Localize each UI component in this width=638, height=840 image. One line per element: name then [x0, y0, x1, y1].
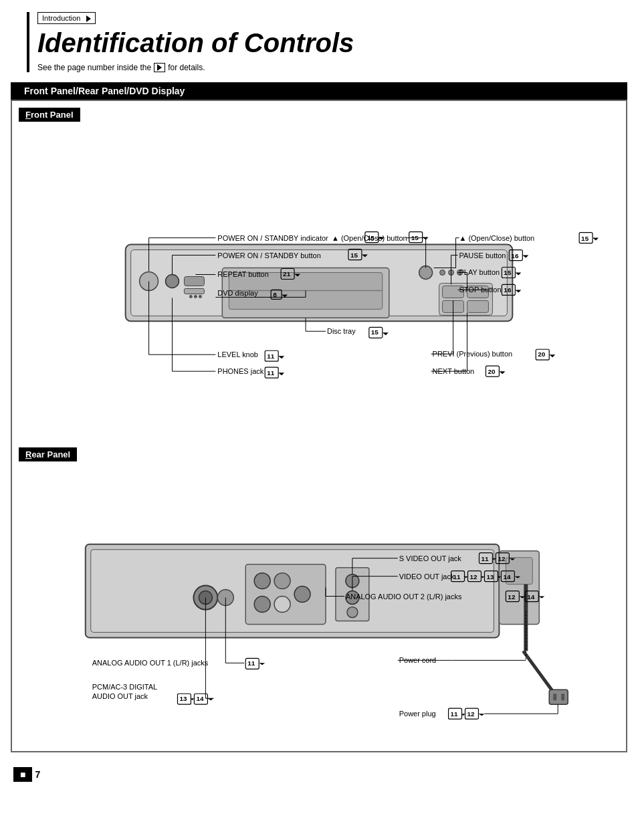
svg-text:16: 16 [504, 287, 512, 294]
svg-marker-170 [191, 696, 194, 700]
svg-marker-61 [278, 370, 284, 375]
svg-point-13 [440, 270, 445, 276]
svg-text:15: 15 [581, 235, 589, 242]
page-number-block: ■ [13, 767, 32, 782]
svg-rect-112 [553, 694, 556, 700]
svg-text:POWER ON / STANDBY button: POWER ON / STANDBY button [217, 251, 320, 259]
page-number: 7 [35, 769, 40, 780]
svg-rect-113 [561, 694, 564, 700]
svg-text:11: 11 [481, 555, 489, 562]
svg-text:12: 12 [508, 593, 516, 601]
rear-panel-label: Rear Panel [19, 447, 77, 461]
svg-point-122 [294, 587, 310, 603]
svg-text:PAUSE button: PAUSE button [459, 251, 506, 259]
page-container: Introduction Identification of Controls … [0, 0, 638, 840]
section-bar-label: Front Panel/Rear Panel/DVD Display [24, 86, 185, 96]
svg-text:15: 15 [350, 251, 358, 259]
svg-text:14: 14 [503, 573, 511, 581]
front-panel-svg: POWER ON / STANDBY indicator 15 POWER ON… [19, 124, 619, 445]
svg-point-3 [166, 275, 179, 288]
svg-text:Disc tray: Disc tray [327, 327, 356, 335]
svg-text:12: 12 [498, 555, 506, 562]
svg-text:15: 15 [371, 328, 379, 336]
svg-text:AUDIO OUT jack: AUDIO OUT jack [92, 692, 148, 700]
svg-text:16: 16 [511, 252, 519, 259]
svg-marker-186 [478, 712, 484, 716]
svg-text:PCM/AC-3 DIGITAL: PCM/AC-3 DIGITAL [92, 683, 157, 691]
svg-text:11: 11 [247, 659, 255, 667]
svg-text:▲ (Open/Close) button: ▲ (Open/Close) button [459, 234, 535, 242]
svg-text:Power plug: Power plug [399, 710, 436, 718]
svg-text:LEVEL knob: LEVEL knob [217, 350, 258, 358]
svg-point-126 [347, 607, 358, 618]
svg-point-118 [254, 573, 270, 589]
svg-text:13: 13 [179, 695, 187, 702]
svg-text:PHONES jack: PHONES jack [217, 367, 263, 375]
svg-text:11: 11 [267, 352, 275, 360]
svg-point-121 [274, 597, 290, 613]
svg-text:ANALOG AUDIO OUT 1 (L/R) jacks: ANALOG AUDIO OUT 1 (L/R) jacks [92, 659, 209, 667]
svg-text:11: 11 [451, 710, 459, 718]
svg-marker-90 [515, 288, 521, 293]
svg-text:REPEAT button: REPEAT button [217, 271, 268, 279]
main-title: Identification of Controls [37, 28, 611, 58]
subtitle-before: See the page number inside the [37, 63, 151, 72]
svg-text:21: 21 [283, 271, 291, 278]
svg-marker-84 [515, 270, 521, 276]
intro-tab: Introduction [37, 12, 96, 24]
svg-rect-111 [549, 690, 568, 704]
svg-marker-55 [278, 353, 284, 358]
subtitle: See the page number inside the for detai… [37, 63, 611, 72]
svg-marker-78 [522, 253, 528, 258]
svg-marker-102 [499, 369, 505, 374]
svg-text:POWER ON / STANDBY indicator: POWER ON / STANDBY indicator [217, 234, 328, 242]
svg-point-8 [199, 295, 202, 298]
svg-text:13: 13 [486, 573, 494, 581]
main-diagram-area: Front Panel [11, 100, 627, 752]
svg-text:20: 20 [488, 368, 496, 375]
svg-rect-4 [184, 277, 204, 286]
svg-text:14: 14 [527, 593, 535, 601]
svg-marker-71 [593, 235, 599, 241]
svg-text:DVD display: DVD display [217, 290, 258, 298]
section-tab-label: Introduction [42, 14, 80, 22]
page-number-area: ■ 7 [0, 763, 638, 789]
svg-point-120 [254, 597, 270, 613]
svg-text:8: 8 [273, 292, 277, 299]
svg-text:ANALOG AUDIO OUT 2 (L/R) jacks: ANALOG AUDIO OUT 2 (L/R) jacks [346, 593, 462, 601]
section-header-bar: Front Panel/Rear Panel/DVD Display [11, 82, 627, 100]
svg-text:VIDEO OUT jack: VIDEO OUT jack [399, 572, 455, 581]
svg-text:11: 11 [267, 369, 275, 377]
rear-panel-svg: S VIDEO OUT jack 11 12 VIDEO OUT jack 11… [19, 464, 619, 744]
svg-marker-96 [549, 352, 555, 357]
svg-marker-183 [462, 712, 465, 716]
svg-text:12: 12 [469, 573, 477, 581]
svg-rect-5 [184, 289, 204, 294]
svg-point-6 [189, 295, 193, 298]
svg-text:14: 14 [196, 695, 204, 702]
svg-text:S VIDEO OUT jack: S VIDEO OUT jack [399, 554, 462, 562]
subtitle-after: for details. [168, 63, 205, 72]
svg-text:15: 15 [411, 234, 419, 241]
ref-box [154, 63, 165, 72]
svg-text:15: 15 [504, 270, 512, 277]
svg-point-7 [194, 295, 197, 298]
svg-text:▲ (Open/Close) button: ▲ (Open/Close) button [332, 234, 407, 242]
svg-text:11: 11 [453, 573, 461, 581]
svg-text:20: 20 [538, 350, 546, 358]
svg-rect-20 [467, 301, 489, 313]
front-panel-label: Front Panel [19, 108, 80, 122]
svg-marker-163 [259, 661, 265, 665]
svg-marker-49 [383, 330, 389, 335]
svg-marker-67 [423, 235, 429, 240]
svg-line-110 [523, 651, 552, 691]
svg-point-119 [274, 573, 290, 589]
svg-text:12: 12 [467, 710, 475, 718]
